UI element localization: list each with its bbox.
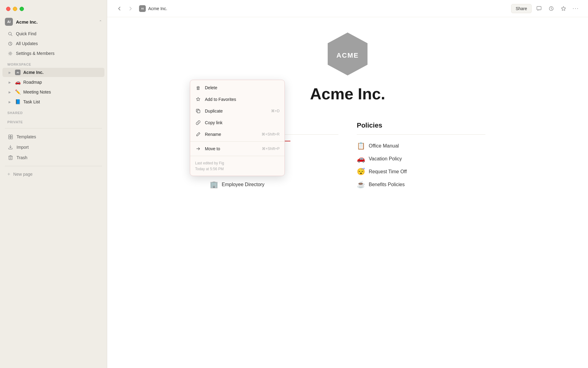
topbar-breadcrumb: AI Acme Inc. bbox=[139, 5, 507, 12]
new-page-button[interactable]: + New page bbox=[2, 170, 104, 179]
ctx-item-move-to[interactable]: Move to ⌘+Shift+P bbox=[190, 143, 285, 155]
delete-icon: 🗑 bbox=[195, 85, 201, 91]
svg-text:ACME: ACME bbox=[337, 52, 359, 59]
time-off-icon: 😴 bbox=[357, 168, 365, 176]
workspace-icon: AI bbox=[5, 18, 13, 26]
minimize-button[interactable] bbox=[13, 7, 17, 11]
ctx-divider-2 bbox=[190, 156, 285, 156]
sidebar-item-all-updates[interactable]: All Updates bbox=[2, 39, 104, 48]
page-title: Acme Inc. bbox=[310, 85, 385, 103]
directory-label: Employee Directory bbox=[222, 182, 265, 187]
benefits-icon: ☕ bbox=[357, 181, 365, 189]
workspace-name: Acme Inc. bbox=[16, 19, 96, 25]
main-content: AI Acme Inc. Share ··· ACME Acme I bbox=[107, 0, 588, 368]
sidebar-item-templates[interactable]: Templates bbox=[2, 132, 104, 142]
acme-icon: AI bbox=[15, 69, 21, 75]
trash-label: Trash bbox=[17, 155, 27, 160]
link-vacation-policy[interactable]: 🚗 Vacation Policy bbox=[357, 152, 485, 165]
search-icon bbox=[7, 31, 13, 36]
link-office-manual[interactable]: 📋 Office Manual bbox=[357, 140, 485, 152]
ctx-edit-time: Today at 5:56 PM bbox=[195, 166, 280, 172]
share-button[interactable]: Share bbox=[511, 4, 532, 13]
gear-icon bbox=[7, 51, 13, 56]
ctx-favorites-label: Add to Favorites bbox=[205, 97, 280, 102]
templates-label: Templates bbox=[17, 134, 36, 139]
sidebar-item-task-list[interactable]: ▶ 📘 Task List bbox=[2, 97, 104, 106]
ctx-footer: Last edited by Fig Today at 5:56 PM bbox=[190, 157, 285, 174]
meeting-notes-icon: ✏️ bbox=[15, 89, 21, 95]
time-off-label: Request Time Off bbox=[369, 169, 407, 174]
sidebar-divider bbox=[5, 128, 102, 128]
link-time-off[interactable]: 😴 Request Time Off bbox=[357, 165, 485, 178]
page-body: ACME Acme Inc. Company 🆕 What's New 🔭 Mi… bbox=[107, 17, 588, 368]
chevron-right-icon-roadmap: ▶ bbox=[7, 80, 12, 85]
svg-line-1 bbox=[11, 35, 12, 36]
maximize-button[interactable] bbox=[20, 7, 24, 11]
star-icon bbox=[195, 96, 201, 102]
task-list-label: Task List bbox=[23, 99, 40, 104]
sidebar-divider-2 bbox=[5, 166, 102, 166]
sidebar-item-acme-inc[interactable]: ▶ AI Acme Inc. bbox=[2, 68, 104, 77]
workspace-header[interactable]: AI Acme Inc. ⌃ bbox=[0, 16, 107, 29]
ctx-edited-by: Last edited by Fig bbox=[195, 160, 280, 166]
sidebar-item-quick-find[interactable]: Quick Find bbox=[2, 29, 104, 38]
topbar-nav bbox=[115, 4, 135, 13]
policies-heading: Policies bbox=[357, 121, 485, 129]
sidebar-item-import[interactable]: Import bbox=[2, 142, 104, 152]
back-button[interactable] bbox=[115, 4, 124, 13]
shared-section-label: SHARED bbox=[0, 107, 107, 116]
forward-button[interactable] bbox=[126, 4, 135, 13]
topbar-workspace-icon: AI bbox=[139, 5, 146, 12]
topbar: AI Acme Inc. Share ··· bbox=[107, 0, 588, 17]
traffic-lights bbox=[0, 0, 107, 16]
ctx-item-duplicate[interactable]: Duplicate ⌘+D bbox=[190, 105, 285, 117]
link-benefits[interactable]: ☕ Benefits Policies bbox=[357, 178, 485, 191]
close-button[interactable] bbox=[6, 7, 10, 11]
ctx-item-add-to-favorites[interactable]: Add to Favorites bbox=[190, 94, 285, 105]
ctx-item-delete[interactable]: 🗑 Delete bbox=[190, 82, 285, 94]
sidebar-item-trash[interactable]: Trash bbox=[2, 153, 104, 163]
roadmap-label: Roadmap bbox=[23, 80, 42, 85]
workspace-section-label: WORKSPACE bbox=[0, 58, 107, 67]
topbar-title: Acme Inc. bbox=[148, 6, 167, 11]
ctx-rename-shortcut: ⌘+Shift+R bbox=[262, 132, 280, 136]
svg-point-0 bbox=[9, 32, 11, 35]
ctx-duplicate-label: Duplicate bbox=[205, 109, 267, 113]
sidebar-item-meeting-notes[interactable]: ▶ ✏️ Meeting Notes bbox=[2, 87, 104, 97]
ctx-item-rename[interactable]: Rename ⌘+Shift+R bbox=[190, 128, 285, 140]
benefits-label: Benefits Policies bbox=[369, 182, 405, 187]
svg-rect-10 bbox=[9, 156, 12, 160]
ctx-divider bbox=[190, 141, 285, 142]
favorite-button[interactable] bbox=[559, 4, 568, 13]
sidebar-item-roadmap[interactable]: ▶ 🚗 Roadmap bbox=[2, 78, 104, 87]
topbar-actions: Share ··· bbox=[511, 4, 581, 13]
comment-button[interactable] bbox=[534, 4, 544, 13]
task-list-icon: 📘 bbox=[15, 99, 21, 105]
link-icon bbox=[195, 120, 201, 126]
ctx-rename-label: Rename bbox=[205, 132, 258, 137]
all-updates-label: All Updates bbox=[16, 41, 38, 46]
ctx-move-label: Move to bbox=[205, 146, 258, 151]
more-button[interactable]: ··· bbox=[571, 4, 581, 13]
office-manual-icon: 📋 bbox=[357, 142, 365, 150]
svg-line-4 bbox=[10, 44, 11, 44]
sidebar-item-settings[interactable]: Settings & Members bbox=[2, 49, 104, 58]
svg-rect-11 bbox=[537, 6, 541, 10]
ctx-item-copy-link[interactable]: Copy link bbox=[190, 117, 285, 128]
clock-icon bbox=[7, 41, 13, 46]
plus-icon: + bbox=[7, 171, 10, 177]
templates-icon bbox=[7, 134, 13, 140]
vacation-icon: 🚗 bbox=[357, 155, 365, 163]
workspace-chevron-icon: ⌃ bbox=[99, 20, 102, 24]
roadmap-icon: 🚗 bbox=[15, 79, 21, 85]
quick-find-label: Quick Find bbox=[16, 31, 36, 36]
link-employee-directory[interactable]: 🏢 Employee Directory bbox=[210, 178, 338, 191]
import-label: Import bbox=[17, 145, 29, 150]
sidebar: AI Acme Inc. ⌃ Quick Find All Updates Se… bbox=[0, 0, 107, 368]
move-to-icon bbox=[195, 146, 201, 152]
svg-rect-6 bbox=[9, 135, 10, 137]
chevron-right-icon-task: ▶ bbox=[7, 99, 12, 104]
rename-icon bbox=[195, 131, 201, 137]
history-button[interactable] bbox=[546, 4, 556, 13]
svg-rect-7 bbox=[11, 135, 13, 137]
